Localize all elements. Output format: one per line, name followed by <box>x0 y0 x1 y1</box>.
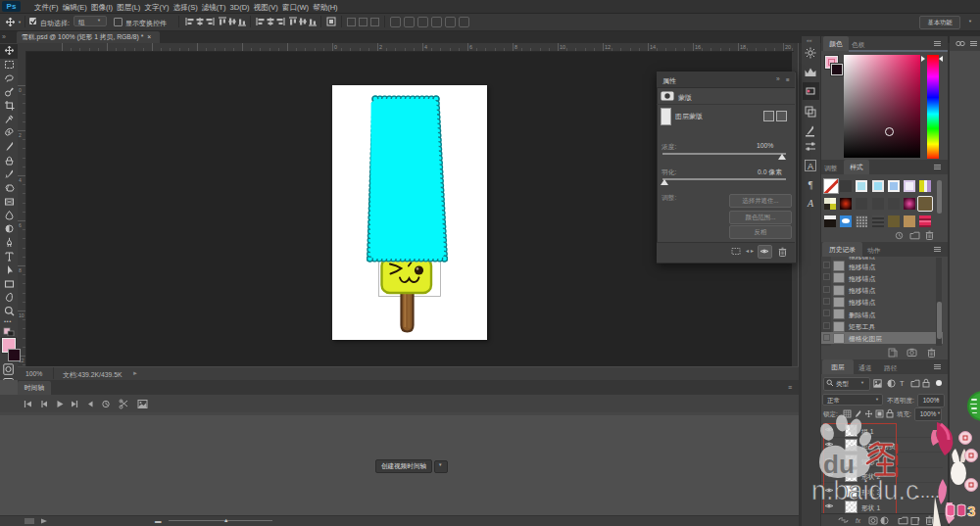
svg-text:A: A <box>808 162 813 171</box>
svg-text:du: du <box>823 450 855 479</box>
svg-text:¶: ¶ <box>808 179 813 190</box>
svg-text:A: A <box>807 198 814 209</box>
svg-text:3: 3 <box>967 502 975 519</box>
svg-text:n.baidu.c: n.baidu.c <box>811 476 919 505</box>
